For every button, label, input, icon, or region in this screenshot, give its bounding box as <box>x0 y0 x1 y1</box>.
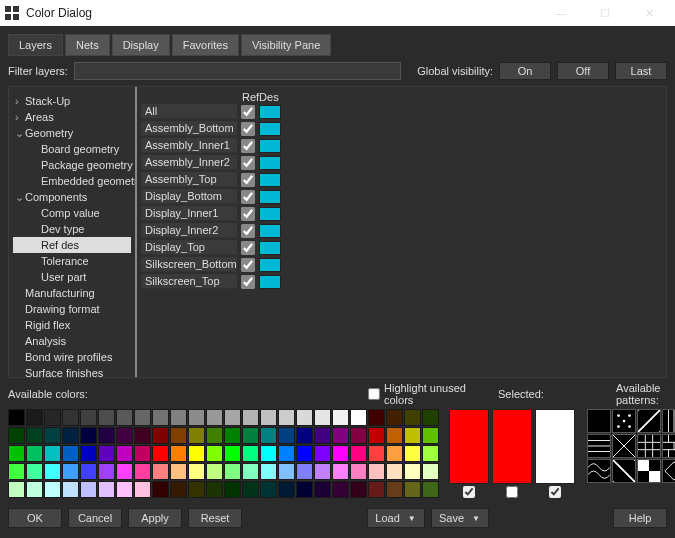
tree-node[interactable]: Tolerance <box>13 253 131 269</box>
color-swatch[interactable] <box>8 463 25 480</box>
global-off-button[interactable]: Off <box>557 62 609 80</box>
layer-color-swatch[interactable] <box>259 156 281 170</box>
layer-color-swatch[interactable] <box>259 105 281 119</box>
color-swatch[interactable] <box>8 409 25 426</box>
color-swatch[interactable] <box>350 427 367 444</box>
layer-name[interactable]: Display_Bottom <box>141 189 237 204</box>
color-swatch[interactable] <box>26 481 43 498</box>
selected-color-swatch[interactable] <box>535 409 575 484</box>
color-swatch[interactable] <box>134 409 151 426</box>
color-swatch[interactable] <box>278 481 295 498</box>
color-swatch[interactable] <box>422 463 439 480</box>
color-swatch[interactable] <box>350 481 367 498</box>
save-button[interactable]: Save▼ <box>431 508 489 528</box>
selected-color-swatch[interactable] <box>449 409 489 484</box>
pattern-swatch[interactable] <box>637 434 661 458</box>
color-swatch[interactable] <box>422 445 439 462</box>
color-swatch[interactable] <box>44 463 61 480</box>
color-swatch[interactable] <box>26 409 43 426</box>
layer-visibility-checkbox[interactable] <box>241 173 255 187</box>
color-swatch[interactable] <box>188 481 205 498</box>
chevron-down-icon[interactable]: ⌄ <box>15 190 25 204</box>
color-swatch[interactable] <box>350 463 367 480</box>
color-swatch[interactable] <box>188 463 205 480</box>
color-swatch[interactable] <box>332 427 349 444</box>
color-swatch[interactable] <box>206 481 223 498</box>
color-swatch[interactable] <box>188 409 205 426</box>
layer-name[interactable]: Assembly_Inner1 <box>141 138 237 153</box>
color-swatch[interactable] <box>206 445 223 462</box>
color-swatch[interactable] <box>26 463 43 480</box>
tree-node[interactable]: Dev type <box>13 221 131 237</box>
layer-visibility-checkbox[interactable] <box>241 122 255 136</box>
color-swatch[interactable] <box>134 427 151 444</box>
layer-name[interactable]: Display_Top <box>141 240 237 255</box>
color-swatch[interactable] <box>62 481 79 498</box>
chevron-right-icon[interactable]: › <box>15 110 25 124</box>
tree-node[interactable]: Analysis <box>13 333 131 349</box>
help-button[interactable]: Help <box>613 508 667 528</box>
tree-node[interactable]: Embedded geometry <box>13 173 131 189</box>
color-swatch[interactable] <box>386 409 403 426</box>
layer-color-swatch[interactable] <box>259 207 281 221</box>
color-swatch[interactable] <box>134 481 151 498</box>
color-swatch[interactable] <box>170 463 187 480</box>
color-swatch[interactable] <box>98 427 115 444</box>
color-swatch[interactable] <box>152 481 169 498</box>
color-swatch[interactable] <box>296 409 313 426</box>
color-swatch[interactable] <box>80 445 97 462</box>
color-swatch[interactable] <box>260 445 277 462</box>
layer-visibility-checkbox[interactable] <box>241 258 255 272</box>
layer-name[interactable]: Assembly_Inner2 <box>141 155 237 170</box>
color-swatch[interactable] <box>242 481 259 498</box>
color-swatch[interactable] <box>116 481 133 498</box>
color-swatch[interactable] <box>368 409 385 426</box>
color-swatch[interactable] <box>260 409 277 426</box>
selected-color-swatch[interactable] <box>492 409 532 484</box>
color-swatch[interactable] <box>98 409 115 426</box>
ok-button[interactable]: OK <box>8 508 62 528</box>
pattern-swatch[interactable] <box>612 459 636 483</box>
tree-node[interactable]: Package geometry <box>13 157 131 173</box>
layer-name[interactable]: Display_Inner1 <box>141 206 237 221</box>
global-last-button[interactable]: Last <box>615 62 667 80</box>
color-swatch[interactable] <box>98 463 115 480</box>
global-on-button[interactable]: On <box>499 62 551 80</box>
color-swatch[interactable] <box>368 463 385 480</box>
layer-color-swatch[interactable] <box>259 190 281 204</box>
color-swatch[interactable] <box>170 427 187 444</box>
color-swatch[interactable] <box>242 427 259 444</box>
color-swatch[interactable] <box>116 463 133 480</box>
color-swatch[interactable] <box>224 481 241 498</box>
color-swatch[interactable] <box>404 481 421 498</box>
chevron-right-icon[interactable]: › <box>15 94 25 108</box>
layer-visibility-checkbox[interactable] <box>241 275 255 289</box>
color-swatch[interactable] <box>206 427 223 444</box>
color-swatch[interactable] <box>170 409 187 426</box>
pattern-swatch[interactable] <box>662 459 675 483</box>
color-swatch[interactable] <box>368 427 385 444</box>
filter-input[interactable] <box>74 62 401 80</box>
color-swatch[interactable] <box>332 409 349 426</box>
layer-visibility-checkbox[interactable] <box>241 241 255 255</box>
color-swatch[interactable] <box>332 481 349 498</box>
highlight-unused-checkbox[interactable] <box>368 388 380 400</box>
color-swatch[interactable] <box>134 445 151 462</box>
color-swatch[interactable] <box>314 409 331 426</box>
tree-node[interactable]: User part <box>13 269 131 285</box>
layer-color-swatch[interactable] <box>259 139 281 153</box>
color-swatch[interactable] <box>386 427 403 444</box>
color-swatch[interactable] <box>296 481 313 498</box>
color-swatch[interactable] <box>152 463 169 480</box>
tab-favorites[interactable]: Favorites <box>172 34 239 56</box>
tab-display[interactable]: Display <box>112 34 170 56</box>
layer-color-swatch[interactable] <box>259 241 281 255</box>
color-swatch[interactable] <box>152 445 169 462</box>
color-swatch[interactable] <box>206 409 223 426</box>
pattern-swatch[interactable] <box>637 409 661 433</box>
color-swatch[interactable] <box>314 481 331 498</box>
layer-visibility-checkbox[interactable] <box>241 224 255 238</box>
color-swatch[interactable] <box>278 463 295 480</box>
color-swatch[interactable] <box>404 427 421 444</box>
color-swatch[interactable] <box>62 463 79 480</box>
